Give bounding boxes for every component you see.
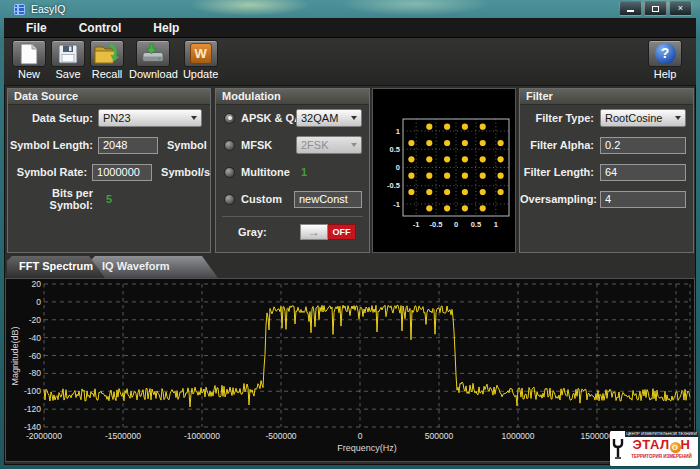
- constellation-point: [462, 156, 468, 162]
- tab-fft-spectrum-label: FFT Spectrum: [19, 260, 93, 272]
- constellation-point: [426, 124, 432, 130]
- filter-length-input[interactable]: [600, 164, 686, 181]
- symbol-rate-label: Symbol Rate:: [8, 166, 92, 178]
- constellation-svg: -1-0.500.5110.50-0.5-1: [373, 89, 515, 252]
- menu-file[interactable]: File: [10, 19, 63, 37]
- new-document-icon: [12, 40, 46, 67]
- filter-length-label: Filter Length:: [520, 166, 600, 178]
- etalon-watermark: ЦЕНТР ИЗМЕРИТЕЛЬНОЙ ТЕХНИКИ ЭТАЛОН ТЕРРИ…: [610, 431, 698, 466]
- maximize-icon: [652, 6, 659, 12]
- modulation-title: Modulation: [216, 89, 369, 105]
- x-tick-label: -1500000: [105, 431, 141, 441]
- x-tick-label: -0.5: [430, 220, 443, 229]
- custom-label: Custom: [241, 193, 282, 205]
- help-button[interactable]: ? Help: [648, 40, 682, 80]
- spectrum-svg: -2000000-1500000-1000000-500000050000010…: [6, 279, 694, 461]
- gray-toggle[interactable]: → OFF: [300, 224, 356, 240]
- constellation-point: [426, 156, 432, 162]
- symbol-rate-input[interactable]: [92, 164, 152, 181]
- y-tick-label: 1: [396, 127, 400, 136]
- constellation-point: [408, 140, 414, 146]
- qam-order-dropdown[interactable]: 32QAM: [296, 109, 362, 127]
- x-axis-label: Frequency(Hz): [337, 443, 397, 453]
- watermark-bottom-line: ТЕРРИТОРИЯ ИЗМЕРЕНИЙ: [625, 453, 698, 460]
- update-button[interactable]: W Update: [183, 40, 218, 80]
- constellation-point: [444, 189, 450, 195]
- minimize-button[interactable]: [619, 1, 642, 16]
- multitone-value: 1: [301, 166, 307, 178]
- app-icon: [14, 4, 25, 15]
- filter-alpha-label: Filter Alpha:: [520, 139, 600, 151]
- bits-per-symbol-value: 5: [106, 193, 112, 205]
- x-tick-label: -500000: [265, 431, 296, 441]
- x-tick-label: 500000: [425, 431, 454, 441]
- constellation-point: [480, 205, 486, 211]
- window-controls: ×: [619, 1, 692, 16]
- modulation-panel: Modulation APSK & QAM 32QAM MFSK 2FSK Mu…: [215, 88, 370, 253]
- y-tick-label: -0.5: [387, 181, 400, 190]
- tab-iq-waveform[interactable]: IQ Waveform: [90, 256, 218, 278]
- chevron-down-icon: [351, 143, 357, 147]
- constellation-point: [498, 173, 504, 179]
- constellation-point: [498, 189, 504, 195]
- data-setup-value: PN23: [103, 112, 187, 124]
- gray-label: Gray:: [238, 226, 267, 238]
- y-tick-label: -20: [29, 315, 42, 325]
- window-title: EasyIQ: [31, 3, 65, 15]
- mfsk-order-value: 2FSK: [301, 139, 347, 151]
- screen: { "window": {"title": "EasyIQ", "close_g…: [0, 0, 700, 469]
- constellation-point: [462, 205, 468, 211]
- save-button[interactable]: Save: [51, 40, 85, 80]
- menu-help[interactable]: Help: [137, 19, 195, 37]
- mfsk-order-dropdown: 2FSK: [296, 136, 362, 154]
- oversampling-input[interactable]: [600, 191, 686, 208]
- constellation-point: [480, 156, 486, 162]
- symbol-length-input[interactable]: [98, 137, 158, 154]
- close-button[interactable]: ×: [669, 1, 692, 16]
- x-tick-label: 1500000: [580, 431, 613, 441]
- y-tick-label: -60: [29, 351, 42, 361]
- constellation-point: [480, 140, 486, 146]
- mfsk-radio[interactable]: [224, 140, 235, 151]
- tab-fft-spectrum[interactable]: FFT Spectrum: [7, 256, 105, 278]
- download-label: Download: [129, 68, 178, 80]
- x-tick-label: 0: [454, 220, 458, 229]
- y-tick-label: -120: [24, 404, 41, 414]
- download-button[interactable]: Download: [129, 40, 178, 80]
- constellation-point: [480, 173, 486, 179]
- arrow-right-icon[interactable]: →: [300, 224, 328, 240]
- fft-spectrum-plot: -2000000-1500000-1000000-500000050000010…: [5, 278, 695, 462]
- filter-title: Filter: [520, 89, 693, 105]
- app-client-area: File Control Help New Save Recall: [4, 18, 696, 465]
- mfsk-label: MFSK: [241, 139, 272, 151]
- custom-constellation-input[interactable]: [294, 191, 362, 208]
- qam-order-value: 32QAM: [301, 112, 347, 124]
- maximize-button[interactable]: [644, 1, 667, 16]
- x-tick-label: 1000000: [501, 431, 534, 441]
- multitone-radio[interactable]: [224, 167, 235, 178]
- x-tick-label: -1: [413, 220, 420, 229]
- menu-control[interactable]: Control: [63, 19, 138, 37]
- titlebar[interactable]: EasyIQ ×: [0, 0, 700, 18]
- y-tick-label: -80: [29, 368, 42, 378]
- y-tick-label: 0: [396, 163, 400, 172]
- y-axis-label: Magnitude(dB): [10, 326, 20, 385]
- constellation-point: [444, 156, 450, 162]
- chevron-down-icon: [675, 116, 681, 120]
- apsk-qam-radio[interactable]: [224, 113, 235, 124]
- x-tick-label: -1000000: [184, 431, 220, 441]
- constellation-point: [498, 140, 504, 146]
- data-setup-dropdown[interactable]: PN23: [98, 109, 202, 127]
- constellation-point: [408, 156, 414, 162]
- new-button[interactable]: New: [12, 40, 46, 80]
- y-tick-label: -1: [393, 200, 400, 209]
- folder-recall-icon: [90, 40, 124, 67]
- menubar: File Control Help: [4, 18, 696, 38]
- constellation-point: [444, 173, 450, 179]
- update-label: Update: [183, 68, 218, 80]
- filter-alpha-input[interactable]: [600, 137, 686, 154]
- recall-button[interactable]: Recall: [90, 40, 124, 80]
- filter-type-dropdown[interactable]: RootCosine: [600, 109, 686, 127]
- bits-per-symbol-label: Bits per Symbol:: [8, 187, 98, 211]
- custom-radio[interactable]: [224, 194, 235, 205]
